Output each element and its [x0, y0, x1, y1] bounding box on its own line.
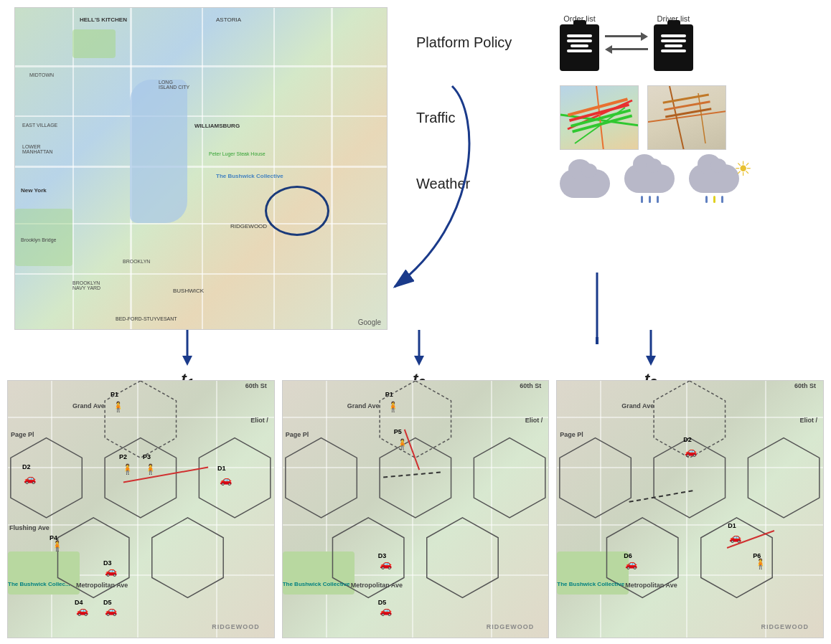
icon-D2-t3: 🚗 — [685, 445, 697, 457]
label-D2-t1: D2 — [22, 463, 31, 470]
label-60th-t2: 60th St — [520, 382, 541, 389]
icon-P1-t2: 🧍 — [387, 401, 399, 412]
icon-P6-t3: 🧍 — [754, 558, 766, 569]
svg-marker-30 — [748, 438, 820, 518]
label-metro-t1: Metropolitan Ave — [76, 582, 128, 589]
svg-line-6 — [698, 93, 705, 143]
bushwick-label-t1: The Bushwick Collec... — [8, 581, 70, 587]
svg-line-3 — [596, 86, 604, 150]
svg-marker-13 — [414, 356, 424, 366]
platform-policy-icons: Order list — [560, 14, 693, 71]
hex-grid-t1 — [8, 381, 274, 638]
svg-marker-26 — [426, 518, 497, 597]
arrow-down-t3 — [644, 330, 658, 366]
mini-map-t2: Page Pl Grand Ave Metropolitan Ave The B… — [282, 380, 550, 638]
label-P5-t2: P5 — [394, 428, 402, 435]
weather-row: Weather ☀ — [416, 164, 818, 203]
traffic-image-2 — [647, 85, 726, 150]
icon-D2-t1: 🚗 — [24, 473, 36, 484]
label-D1-t1: D1 — [217, 465, 226, 472]
label-eliot-t1: Eliot / — [250, 417, 268, 424]
policy-arrows — [605, 32, 648, 54]
hex-grid-t2 — [283, 381, 549, 638]
icon-P5-t2: 🧍 — [396, 438, 408, 450]
label-60th-t1: 60th St — [245, 382, 267, 389]
mini-map-t1: Page Pl Grand Ave Flushing Ave Metropoli… — [7, 380, 275, 638]
svg-marker-24 — [474, 438, 545, 518]
label-page-pl-t1: Page Pl — [11, 431, 34, 438]
traffic-row: Traffic — [416, 85, 818, 150]
label-metro-t2: Metropolitan Ave — [351, 582, 403, 589]
time-arrows-section: t1 t2 t3 — [0, 330, 831, 373]
label-P2-t1: P2 — [119, 453, 127, 460]
weather-cloud-rain — [624, 164, 675, 203]
platform-policy-label: Platform Policy — [416, 34, 560, 51]
svg-marker-18 — [199, 438, 270, 518]
ridgewood-label-t1: RIDGEWOOD — [212, 623, 260, 630]
svg-marker-17 — [11, 438, 82, 518]
driver-list-clipboard — [654, 24, 693, 71]
traffic-label: Traffic — [416, 110, 560, 126]
svg-marker-23 — [286, 438, 357, 518]
traffic-image-1 — [560, 85, 639, 150]
svg-marker-15 — [646, 356, 656, 366]
label-D4-t1: D4 — [75, 599, 83, 606]
arrow-down-t2 — [412, 330, 426, 366]
traffic-images — [560, 85, 726, 150]
map-circle — [265, 186, 329, 236]
label-D3-t1: D3 — [103, 559, 112, 567]
label-D5-t1: D5 — [103, 599, 112, 606]
map-ny-label: New York — [21, 187, 47, 194]
icon-D1-t1: 🚗 — [220, 474, 232, 486]
weather-cloud-1 — [560, 169, 610, 198]
nyc-map: HELL'S KITCHEN ASTORIA MIDTOWN EAST VILL… — [14, 7, 388, 330]
label-P4-t1: P4 — [50, 534, 57, 541]
weather-icons: ☀ — [560, 164, 739, 203]
svg-line-4 — [648, 111, 726, 122]
platform-policy-row: Platform Policy Order list — [416, 14, 818, 71]
icon-D1-t3: 🚗 — [729, 531, 741, 543]
label-60th-t3: 60th St — [794, 382, 816, 389]
label-P6-t3: P6 — [753, 552, 761, 559]
svg-marker-22 — [380, 438, 451, 518]
label-D1-t3: D1 — [728, 522, 736, 529]
svg-marker-29 — [560, 438, 631, 518]
label-D2-t3: D2 — [683, 436, 692, 443]
order-list-clipboard — [560, 24, 599, 71]
label-eliot-t2: Eliot / — [525, 417, 543, 424]
label-D6-t3: D6 — [624, 552, 632, 559]
label-page-pl-t3: Page Pl — [560, 431, 583, 438]
icon-D5-t1: 🚗 — [105, 605, 117, 616]
svg-marker-20 — [152, 518, 223, 597]
icon-P4-t1: 🧍 — [51, 540, 63, 551]
bottom-maps-container: Page Pl Grand Ave Flushing Ave Metropoli… — [7, 380, 824, 638]
icon-P1-t1: 🧍 — [112, 401, 124, 412]
label-flushing-t1: Flushing Ave — [9, 524, 50, 531]
ridgewood-label-t3: RIDGEWOOD — [761, 623, 809, 630]
sun-icon: ☀ — [734, 157, 752, 181]
label-grand-ave-t2: Grand Ave — [347, 402, 380, 409]
label-P1-t2: P1 — [385, 391, 393, 398]
icon-P3-t1: 🧍 — [144, 463, 156, 475]
label-page-pl-t2: Page Pl — [286, 431, 309, 438]
svg-line-2 — [575, 108, 625, 143]
label-D3-t2: D3 — [378, 552, 387, 559]
bushwick-label-t3: The Bushwick Collective — [557, 581, 624, 587]
icon-D3-t1: 🚗 — [105, 565, 117, 577]
icon-P2-t1: 🧍 — [121, 463, 133, 475]
bushwick-label-t2: The Bushwick Collective — [283, 581, 350, 587]
right-panel: Platform Policy Order list — [416, 7, 818, 330]
hex-grid-t3 — [557, 381, 823, 638]
label-grand-ave-t1: Grand Ave — [72, 402, 105, 409]
weather-label: Weather — [416, 176, 560, 192]
label-eliot-t3: Eliot / — [800, 417, 818, 424]
arrow-down-t1 — [180, 330, 194, 366]
icon-D6-t3: 🚗 — [625, 558, 637, 569]
label-metro-t3: Metropolitan Ave — [625, 582, 677, 589]
label-P3-t1: P3 — [143, 453, 151, 460]
icon-D3-t2: 🚗 — [380, 558, 392, 569]
mini-map-t3: Page Pl Grand Ave Metropolitan Ave The B… — [556, 380, 824, 638]
weather-cloud-thunder-sun: ☀ — [689, 164, 739, 203]
label-D5-t2: D5 — [378, 599, 387, 606]
icon-D5-t2: 🚗 — [380, 605, 392, 616]
